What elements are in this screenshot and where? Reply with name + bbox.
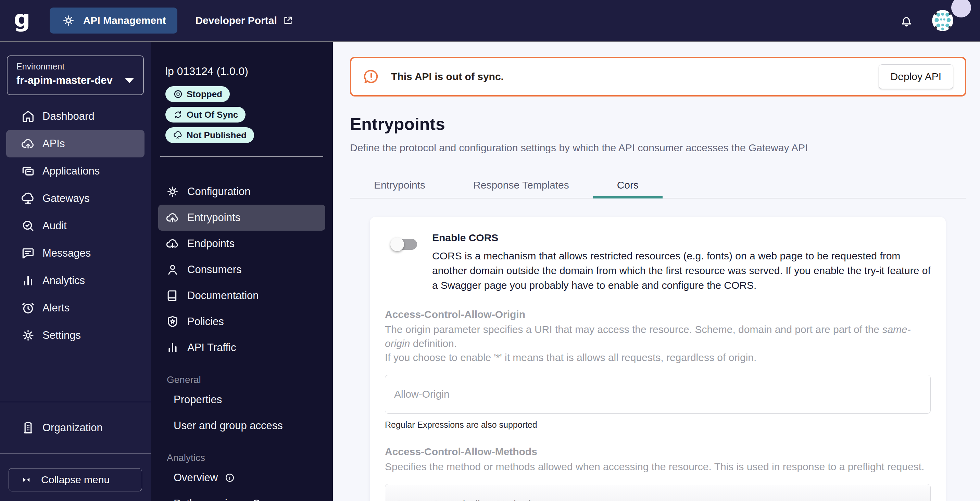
api-nav: Configuration Entrypoints [151, 179, 333, 361]
collapse-arrows-icon [21, 474, 32, 485]
tab-cors[interactable]: Cors [593, 173, 663, 198]
allow-origin-hint: Regular Expressions are also supported [385, 419, 931, 430]
allow-methods-select[interactable]: Access-Control-Allow-Methods [385, 484, 931, 501]
api-status-badges: Stopped Out Of Sync [151, 86, 312, 143]
sidebar-item-apis[interactable]: APIs [6, 130, 145, 157]
sidebar-item-label: APIs [43, 138, 65, 150]
allow-origin-section: Access-Control-Allow-Origin The origin p… [385, 308, 931, 430]
collapse-menu-button[interactable]: Collapse menu [9, 468, 142, 491]
allow-origin-description: The origin parameter specifies a URI tha… [385, 322, 931, 365]
main-content: This API is out of sync. Deploy API Entr… [333, 42, 980, 501]
deploy-api-button[interactable]: Deploy API [879, 64, 953, 89]
sidebar-item-audit[interactable]: Audit [6, 212, 145, 239]
enable-cors-toggle[interactable] [393, 238, 417, 251]
cloud-up-icon [165, 211, 180, 225]
alarm-clock-icon [21, 300, 36, 316]
info-icon[interactable] [251, 498, 262, 501]
tab-response-templates[interactable]: Response Templates [449, 173, 593, 198]
allow-methods-title: Access-Control-Allow-Methods [385, 445, 931, 458]
sidebar-item-dashboard[interactable]: Dashboard [6, 103, 145, 130]
app-root: g API Management Developer Portal [0, 0, 980, 501]
tab-bar: Entrypoints Response Templates Cors [350, 173, 966, 198]
api-menu-item-consumers[interactable]: Consumers [158, 257, 325, 283]
external-link-icon [283, 15, 293, 26]
sidebar-item-label: Dashboard [43, 110, 94, 122]
enable-cors-description: CORS is a mechanism that allows restrict… [432, 249, 931, 293]
cloud-network-icon [21, 191, 36, 206]
sidebar-item-gateways[interactable]: Gateways [6, 185, 145, 212]
banner-message: This API is out of sync. [391, 71, 504, 82]
chat-bubble-icon [21, 246, 36, 261]
divider [160, 156, 323, 157]
avatar-status-badge [951, 0, 971, 17]
sidebar-item-alerts[interactable]: Alerts [6, 294, 145, 322]
user-avatar[interactable] [932, 10, 953, 31]
sidebar-item-label: Analytics [43, 274, 85, 287]
sidebar-item-label: Settings [43, 329, 81, 341]
collapse-menu-label: Collapse menu [41, 474, 110, 485]
cloud-x-icon [173, 130, 183, 140]
api-menu-item-endpoints[interactable]: Endpoints [158, 231, 325, 257]
allow-methods-placeholder: Access-Control-Allow-Methods [396, 498, 536, 501]
sidebar-item-settings[interactable]: Settings [6, 322, 145, 349]
status-badge-out-of-sync: Out Of Sync [165, 107, 245, 122]
api-menu-section-analytics: Analytics [151, 451, 333, 465]
gravitee-logo[interactable]: g [14, 7, 30, 30]
sidebar-item-label: Audit [43, 220, 67, 232]
page-subtitle: Define the protocol and configuration se… [350, 140, 966, 155]
stacked-cards-icon [21, 163, 36, 179]
status-badge-not-published: Not Published [165, 127, 254, 143]
api-menu-section-general: General [151, 373, 333, 387]
toggle-thumb [390, 238, 404, 251]
api-menu-item-entrypoints[interactable]: Entrypoints [158, 205, 325, 231]
bar-chart-icon [165, 341, 180, 355]
tab-entrypoints[interactable]: Entrypoints [350, 173, 449, 198]
api-menu-sidebar: lp 013124 (1.0.0) Stopped [151, 42, 333, 501]
info-icon[interactable] [224, 472, 235, 484]
api-menu-item-path-mappings[interactable]: Path mappings [151, 491, 333, 501]
building-icon [21, 420, 36, 435]
page-title: Entrypoints [350, 114, 966, 134]
sidebar-item-label: Gateways [43, 192, 90, 205]
status-badge-stopped: Stopped [165, 86, 230, 102]
out-of-sync-banner: This API is out of sync. Deploy API [350, 57, 966, 97]
allow-origin-input[interactable] [385, 375, 931, 414]
sidebar-item-applications[interactable]: Applications [6, 157, 145, 185]
divider [0, 453, 151, 454]
api-menu-item-api-traffic[interactable]: API Traffic [158, 335, 325, 361]
api-menu-item-overview[interactable]: Overview [151, 465, 333, 491]
sidebar-item-messages[interactable]: Messages [6, 239, 145, 267]
api-management-label: API Management [83, 15, 166, 26]
sidebar-nav: Dashboard APIs [0, 103, 151, 349]
sync-arrows-icon [173, 109, 183, 120]
developer-portal-link[interactable]: Developer Portal [195, 15, 293, 26]
top-header: g API Management Developer Portal [0, 0, 980, 42]
environment-selector[interactable]: Environment fr-apim-master-dev [7, 55, 144, 95]
allow-methods-section: Access-Control-Allow-Methods Specifies t… [385, 445, 931, 501]
book-icon [165, 289, 180, 303]
sidebar-item-label: Messages [43, 247, 91, 259]
api-menu-item-properties[interactable]: Properties [151, 387, 333, 413]
enable-cors-title: Enable CORS [432, 231, 931, 244]
cloud-up-icon [21, 136, 36, 151]
cors-card: Enable CORS CORS is a mechanism that all… [370, 217, 946, 501]
allow-origin-title: Access-Control-Allow-Origin [385, 308, 931, 321]
allow-methods-description: Specifies the method or methods allowed … [385, 460, 931, 474]
bar-chart-icon [21, 273, 36, 288]
primary-sidebar: Environment fr-apim-master-dev Dashboard [0, 42, 151, 501]
organization-label: Organization [43, 422, 103, 434]
notifications-bell-icon[interactable] [899, 13, 914, 29]
divider [385, 301, 931, 301]
api-management-button[interactable]: API Management [50, 8, 178, 33]
sidebar-item-analytics[interactable]: Analytics [6, 267, 145, 294]
gear-icon [61, 13, 76, 28]
enable-cors-row: Enable CORS CORS is a mechanism that all… [385, 231, 931, 293]
api-menu-item-policies[interactable]: Policies [158, 309, 325, 335]
stop-circle-icon [173, 89, 183, 99]
chevron-down-icon [125, 78, 134, 83]
api-menu-item-configuration[interactable]: Configuration [158, 179, 325, 205]
api-menu-item-user-group-access[interactable]: User and group access [151, 413, 333, 439]
api-menu-item-documentation[interactable]: Documentation [158, 283, 325, 309]
person-icon [165, 263, 180, 277]
sidebar-item-organization[interactable]: Organization [0, 402, 151, 453]
